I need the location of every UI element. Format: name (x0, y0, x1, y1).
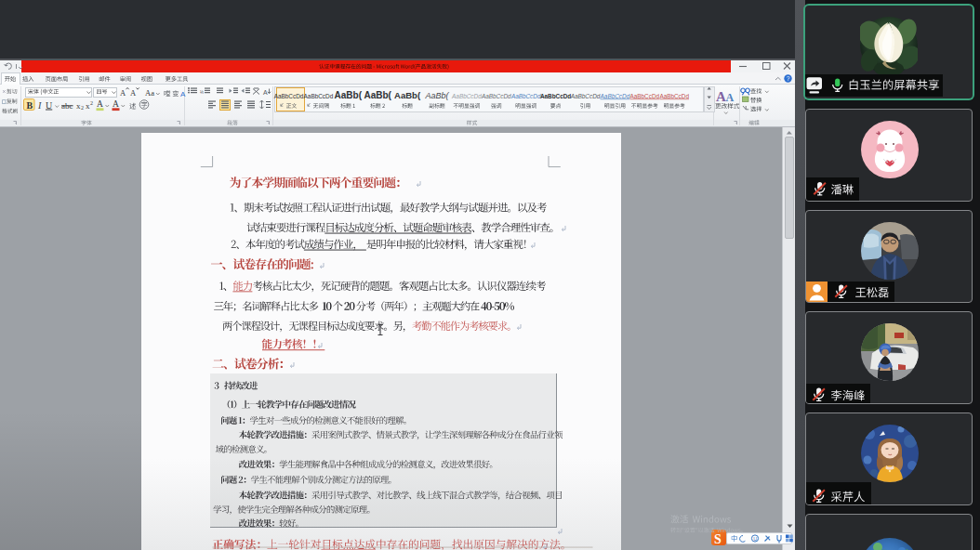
svg-text:AaBbCcDd: AaBbCcDd (510, 93, 541, 99)
svg-text:AaBbCcDd: AaBbCcDd (481, 93, 511, 99)
svg-text:AaBbCcDd: AaBbCcDd (570, 93, 601, 99)
svg-text:AaBbCcDd: AaBbCcDd (629, 93, 659, 99)
svg-text:A: A (726, 91, 735, 104)
svg-text:S: S (714, 532, 722, 546)
svg-text:AaBbCcDd: AaBbCcDd (451, 93, 482, 99)
svg-text:AaBb(: AaBb( (335, 90, 363, 100)
svg-text:AaBbCcDd: AaBbCcDd (304, 93, 334, 99)
svg-text:U: U (46, 100, 53, 111)
svg-text:AaBbCcDd: AaBbCcDd (274, 93, 304, 99)
svg-text:A: A (130, 88, 137, 98)
svg-text:?: ? (787, 75, 790, 82)
svg-text:abc: abc (61, 101, 73, 111)
svg-text:A: A (180, 90, 186, 98)
svg-text:AaBb(: AaBb( (364, 90, 391, 100)
svg-text:Aa: Aa (145, 88, 154, 98)
svg-text:A: A (263, 89, 268, 96)
svg-text:AaBb(: AaBb( (424, 91, 449, 100)
svg-text:AaBbCcDd: AaBbCcDd (659, 93, 689, 99)
svg-text:A: A (113, 99, 119, 109)
svg-text:A: A (716, 89, 726, 104)
svg-text:2: 2 (90, 100, 93, 106)
svg-text:2: 2 (81, 105, 84, 111)
svg-text:AaBbCcDd: AaBbCcDd (600, 93, 630, 99)
svg-text:B: B (27, 100, 33, 111)
svg-text:I: I (37, 100, 42, 111)
svg-text:A: A (97, 99, 103, 109)
svg-text:U: U (753, 536, 757, 542)
svg-text:⅓: ⅓ (200, 90, 204, 95)
svg-text:A: A (120, 88, 126, 98)
svg-text:AaBb(: AaBb( (394, 90, 421, 100)
svg-text:AaBbCcDd: AaBbCcDd (540, 93, 571, 99)
